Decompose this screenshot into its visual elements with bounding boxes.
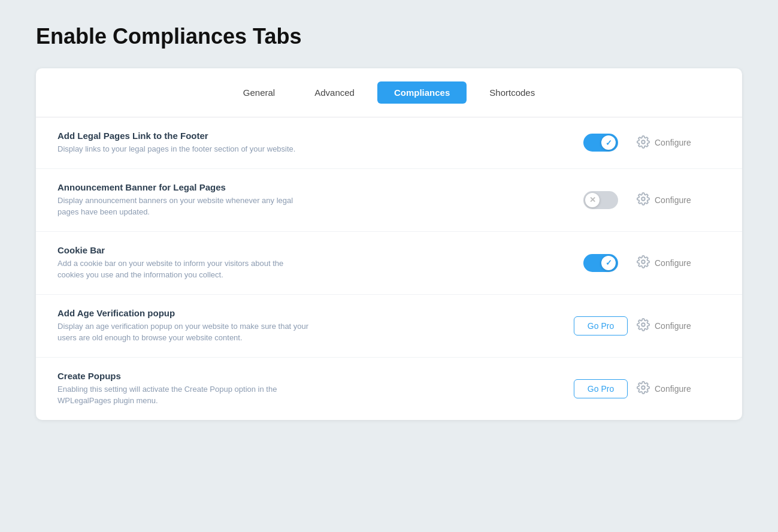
configure-label-legal-pages-footer: Configure xyxy=(655,138,691,147)
setting-desc-age-verification: Display an age verification popup on you… xyxy=(57,321,309,344)
setting-action-announcement-banner[interactable]: Configure xyxy=(637,192,721,207)
setting-title-create-popups: Create Popups xyxy=(57,371,565,381)
configure-label-age-verification: Configure xyxy=(655,321,691,331)
configure-label-cookie-bar: Configure xyxy=(655,258,691,268)
toggle-legal-pages-footer[interactable]: ✓ xyxy=(583,134,618,152)
svg-point-4 xyxy=(641,386,645,389)
setting-info-create-popups: Create Popups Enabling this setting will… xyxy=(57,371,565,407)
tab-compliances[interactable]: Compliances xyxy=(377,81,467,104)
tab-general[interactable]: General xyxy=(226,81,292,104)
settings-card: GeneralAdvancedCompliancesShortcodes Add… xyxy=(36,68,742,420)
setting-title-legal-pages-footer: Add Legal Pages Link to the Footer xyxy=(57,131,565,141)
setting-row-create-popups: Create Popups Enabling this setting will… xyxy=(36,358,742,420)
setting-title-announcement-banner: Announcement Banner for Legal Pages xyxy=(57,182,565,192)
setting-control-age-verification[interactable]: Go Pro xyxy=(565,316,637,335)
setting-row-legal-pages-footer: Add Legal Pages Link to the Footer Displ… xyxy=(36,117,742,169)
page-title: Enable Compliances Tabs xyxy=(36,24,742,49)
tab-shortcodes[interactable]: Shortcodes xyxy=(473,81,552,104)
setting-action-legal-pages-footer[interactable]: Configure xyxy=(637,135,721,150)
gear-icon-legal-pages-footer xyxy=(637,135,650,150)
svg-point-1 xyxy=(641,197,645,201)
setting-row-cookie-bar: Cookie Bar Add a cookie bar on your webs… xyxy=(36,232,742,295)
settings-list: Add Legal Pages Link to the Footer Displ… xyxy=(36,117,742,420)
gear-icon-cookie-bar xyxy=(637,255,650,270)
setting-action-age-verification[interactable]: Configure xyxy=(637,318,721,333)
tab-advanced[interactable]: Advanced xyxy=(298,81,371,104)
configure-label-announcement-banner: Configure xyxy=(655,195,691,205)
toggle-icon-cookie-bar: ✓ xyxy=(606,258,612,267)
setting-control-legal-pages-footer[interactable]: ✓ xyxy=(565,134,637,152)
setting-info-age-verification: Add Age Verification popup Display an ag… xyxy=(57,308,565,344)
gear-icon-announcement-banner xyxy=(637,192,650,207)
setting-row-age-verification: Add Age Verification popup Display an ag… xyxy=(36,295,742,358)
toggle-announcement-banner[interactable]: ✕ xyxy=(583,191,618,209)
setting-desc-announcement-banner: Display announcement banners on your web… xyxy=(57,195,309,218)
toggle-icon-announcement-banner: ✕ xyxy=(589,195,596,204)
svg-point-0 xyxy=(641,140,645,144)
toggle-cookie-bar[interactable]: ✓ xyxy=(583,254,618,272)
setting-control-create-popups[interactable]: Go Pro xyxy=(565,379,637,398)
setting-desc-legal-pages-footer: Display links to your legal pages in the… xyxy=(57,143,309,155)
gear-icon-age-verification xyxy=(637,318,650,333)
svg-point-3 xyxy=(641,323,645,327)
setting-title-age-verification: Add Age Verification popup xyxy=(57,308,565,318)
setting-control-cookie-bar[interactable]: ✓ xyxy=(565,254,637,272)
setting-control-announcement-banner[interactable]: ✕ xyxy=(565,191,637,209)
tab-bar: GeneralAdvancedCompliancesShortcodes xyxy=(36,68,742,117)
setting-info-announcement-banner: Announcement Banner for Legal Pages Disp… xyxy=(57,182,565,218)
setting-info-cookie-bar: Cookie Bar Add a cookie bar on your webs… xyxy=(57,245,565,281)
setting-desc-create-popups: Enabling this setting will activate the … xyxy=(57,383,309,407)
gear-icon-create-popups xyxy=(637,381,650,396)
go-pro-button-age-verification[interactable]: Go Pro xyxy=(574,316,628,335)
setting-row-announcement-banner: Announcement Banner for Legal Pages Disp… xyxy=(36,169,742,232)
setting-action-create-popups[interactable]: Configure xyxy=(637,381,721,396)
setting-action-cookie-bar[interactable]: Configure xyxy=(637,255,721,270)
setting-info-legal-pages-footer: Add Legal Pages Link to the Footer Displ… xyxy=(57,131,565,155)
toggle-icon-legal-pages-footer: ✓ xyxy=(606,138,612,147)
go-pro-button-create-popups[interactable]: Go Pro xyxy=(574,379,628,398)
setting-title-cookie-bar: Cookie Bar xyxy=(57,245,565,255)
setting-desc-cookie-bar: Add a cookie bar on your website to info… xyxy=(57,258,309,281)
configure-label-create-popups: Configure xyxy=(655,384,691,394)
svg-point-2 xyxy=(641,260,645,264)
